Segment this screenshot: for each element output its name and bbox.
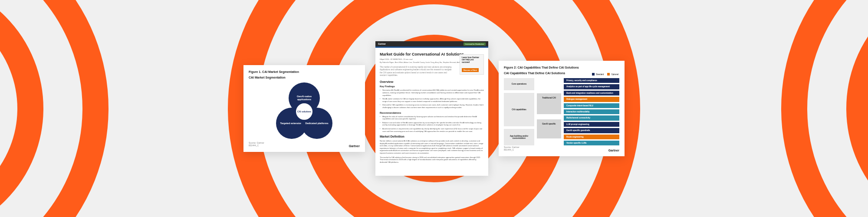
swatch-orange [607, 73, 610, 76]
cap-multimodal: Interaction multimodality [564, 109, 619, 114]
header-brand: Gartner [378, 43, 386, 45]
figure1-source: Source: Gartner 801444_C [249, 141, 264, 147]
cap-privacy: Privacy, security and compliance [564, 78, 619, 83]
market-def-body1: Gartner defines conversational AI (CAI) … [380, 140, 484, 155]
key-findings-heading: Key Findings [380, 85, 484, 88]
mid-trad: Traditional CAI [537, 93, 561, 114]
overview-heading: Overview [380, 80, 484, 83]
key-finding-item: Demand for CAI capabilities is increasin… [380, 104, 484, 108]
main-document-card: Gartner Licensed for Distribution Market… [375, 41, 488, 176]
key-findings-list: Generative AI (GenAI) accelerated the ev… [380, 89, 484, 108]
recommendation-item: Avoid mismatches in requirements and cap… [380, 128, 484, 132]
side-appbuild: App building and/or customization [504, 129, 534, 145]
cap-dialogue: Dialogue management [564, 97, 619, 102]
figure2-title: Figure 2: CAI Capabilities That Define C… [504, 66, 619, 69]
venn-center: CAI solutions [295, 102, 313, 121]
cap-backend: Back-end integration readiness and custo… [564, 91, 619, 95]
cta-box: Learn how Gartner can help you succeed B… [460, 54, 484, 75]
figure2-diagram: Core operations CAI capabilities App bui… [504, 78, 619, 145]
figure2-source: Source: Gartner 801444_C [504, 146, 519, 151]
figure1-card: Figure 1. CAI Market Segmentation CAI Ma… [243, 65, 365, 152]
recommendation-item: Mitigate the risks of market consolidati… [380, 115, 484, 120]
market-def-body2: The market for CAI solutions first becam… [380, 156, 484, 164]
venn-diagram: GenAI-native applications Targeted exten… [272, 82, 337, 139]
legend-optional: Optional [607, 73, 618, 76]
cap-analytics: Analytics as part of app life cycle mana… [564, 84, 619, 89]
swatch-navy [592, 73, 595, 76]
cap-vendor-llm: Vendor-specific LLMs [564, 141, 619, 145]
figure2-right-col: Privacy, security and compliance Analyti… [564, 78, 619, 145]
doc-intro: The market of conversational AI is evolv… [380, 66, 453, 77]
figure1-subtitle: CAI Market Segmentation [249, 76, 360, 79]
figure2-legend: Standard Optional [592, 73, 618, 76]
cap-llm-prompt: LLM prompt engineering [564, 122, 619, 127]
cta-text: Learn how Gartner can help you succeed [462, 56, 482, 63]
cap-multichannel: Multichannel connectivity [564, 115, 619, 120]
side-core: Core operations [504, 78, 534, 90]
figure2-brand: Gartner [608, 149, 619, 152]
legend-standard: Standard [592, 73, 604, 76]
figure1-source-id: 801444_C [249, 144, 259, 147]
figure1-title: Figure 1. CAI Market Segmentation [249, 70, 360, 73]
cta-button[interactable]: Become a Client [462, 68, 479, 72]
license-badge: Licensed for Distribution [464, 43, 486, 46]
recommendations-list: Mitigate the risks of market consolidati… [380, 115, 484, 133]
key-finding-item: Generative AI (GenAI) accelerated the ev… [380, 89, 484, 96]
market-def-heading: Market Definition [380, 135, 484, 138]
cap-routing: Route engineering [564, 135, 619, 139]
key-finding-item: GenAI-native solutions for CAI are large… [380, 98, 484, 102]
recommendations-heading: Recommendations [380, 112, 484, 114]
doc-header: Gartner Licensed for Distribution [375, 41, 488, 46]
recommendation-item: Balance cost and value of GenAI-native a… [380, 122, 484, 126]
doc-content: Market Guide for Conversational AI Solut… [375, 48, 488, 168]
figure2-source-id: 801444_C [504, 148, 514, 151]
mid-genai: GenAI specific [537, 119, 561, 138]
figure2-left-col: Core operations CAI capabilities App bui… [504, 78, 534, 145]
figure1-brand: Gartner [349, 145, 360, 148]
cap-nlu: Composite intent-based NLU [564, 103, 619, 108]
legend-standard-label: Standard [596, 73, 604, 76]
cap-guardrails: GenAI-specific guardrails [564, 128, 619, 133]
side-main: CAI capabilities [504, 93, 534, 126]
legend-optional-label: Optional [611, 73, 618, 76]
figure2-card: Figure 2: CAI Capabilities That Define C… [499, 61, 625, 156]
figure2-middle-col: Traditional CAI GenAI specific [537, 78, 561, 145]
documents-container: Figure 1. CAI Market Segmentation CAI Ma… [243, 41, 625, 176]
